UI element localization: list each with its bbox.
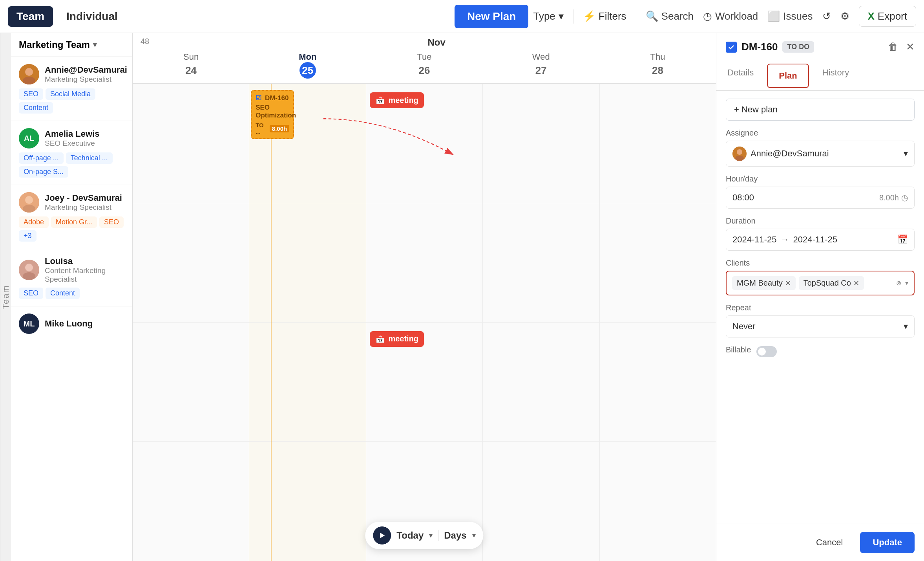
clients-clear-icon[interactable]: ⊗ [896, 279, 901, 287]
cal-row-3 [133, 323, 716, 442]
individual-tab[interactable]: Individual [58, 6, 126, 27]
team-selector[interactable]: Marketing Team ▾ [11, 33, 132, 57]
billable-label: Billable [726, 345, 751, 354]
meeting-event-2[interactable]: 📅 meeting [370, 331, 424, 347]
toolbar-divider [438, 530, 438, 541]
today-chevron-icon: ▾ [429, 531, 433, 540]
calendar-icon: 📅 [375, 334, 385, 344]
tab-history[interactable]: History [811, 61, 860, 90]
tab-plan[interactable]: Plan [767, 64, 809, 88]
task-checkbox[interactable] [726, 42, 737, 53]
hour-day-field: Hour/day 08:00 8.00h ◷ [726, 174, 915, 209]
member-header: Louisa Content Marketing Specialist [19, 256, 124, 284]
header-actions: 🗑 ✕ [888, 41, 915, 53]
member-info: Louisa Content Marketing Specialist [45, 256, 124, 284]
cal-col-today [249, 442, 366, 561]
right-panel: DM-160 TO DO 🗑 ✕ Details Plan History + … [716, 33, 924, 561]
member-tags: Adobe Motion Gr... SEO +3 [19, 216, 124, 242]
calendar-day-sun: Sun 24 [133, 48, 249, 83]
cal-col [600, 84, 716, 203]
duration-end: 2024-11-25 [793, 235, 838, 245]
workload-button[interactable]: ◷ Workload [703, 10, 758, 22]
client-tag-mgm: MGM Beauty ✕ [732, 276, 796, 290]
right-panel-tabs: Details Plan History [716, 61, 924, 91]
calendar-day-wed: Wed 27 [483, 48, 599, 83]
clients-chevron-icon[interactable]: ▾ [905, 279, 908, 287]
avatar: ML [19, 314, 39, 334]
week-number: 48 [133, 37, 157, 48]
tag: On-page S... [19, 166, 68, 178]
hour-total: 8.00h ◷ [879, 193, 908, 202]
days-row: Sun 24 Mon 25 Tue 26 Wed 27 Thu 28 [133, 48, 716, 83]
repeat-label: Repeat [726, 303, 915, 312]
member-role: Marketing Specialist [45, 203, 122, 212]
duration-value[interactable]: 2024-11-25 → 2024-11-25 📅 [726, 229, 915, 251]
billable-toggle[interactable] [756, 346, 777, 357]
svg-point-1 [25, 68, 33, 76]
tag: Social Media [46, 88, 95, 100]
cal-col [133, 442, 249, 561]
export-button[interactable]: X Export [859, 6, 917, 27]
play-button[interactable] [373, 526, 391, 544]
excel-icon: X [868, 10, 875, 22]
repeat-chevron-icon: ▾ [904, 321, 908, 332]
clients-value[interactable]: MGM Beauty ✕ TopSquad Co ✕ ⊗ ▾ [726, 271, 915, 295]
cancel-button[interactable]: Cancel [805, 532, 854, 553]
day-label: Tue [366, 52, 482, 62]
client-remove-icon[interactable]: ✕ [853, 279, 859, 288]
tag: SEO [19, 88, 43, 100]
team-selector-label: Marketing Team [19, 39, 90, 50]
workload-icon: ◷ [703, 10, 712, 22]
team-tab[interactable]: Team [8, 6, 53, 27]
member-header: AL Amelia Lewis SEO Executive [19, 128, 124, 148]
meeting-label-2: meeting [388, 334, 418, 343]
new-plan-section-button[interactable]: + New plan [726, 99, 915, 121]
issues-button[interactable]: ⬜ Issues [767, 10, 813, 22]
tag: SEO [19, 288, 43, 299]
filters-button[interactable]: ⚡ Filters [583, 10, 626, 22]
tag: SEO [99, 216, 124, 228]
meeting-event-1[interactable]: 📅 meeting [370, 92, 424, 108]
week-row: 48 Nov [133, 33, 716, 48]
member-role: SEO Executive [45, 139, 99, 148]
member-item: Louisa Content Marketing Specialist SEO … [11, 249, 132, 306]
member-item: ML Mike Luong [11, 306, 132, 345]
svg-point-7 [25, 264, 33, 271]
hour-day-value[interactable]: 08:00 8.00h ◷ [726, 187, 915, 209]
member-item: AL Amelia Lewis SEO Executive Off-page .… [11, 121, 132, 185]
seo-task-event[interactable]: ☑ DM-160 SEO Optimization TO ... 8.00h [251, 90, 294, 139]
avatar [19, 192, 39, 213]
avatar: AL [19, 128, 39, 148]
delete-button[interactable]: 🗑 [888, 41, 898, 53]
member-item: Annie@DevSamurai Marketing Specialist SE… [11, 57, 132, 121]
export-label: Export [878, 10, 907, 22]
issues-icon: ⬜ [767, 10, 780, 22]
repeat-value[interactable]: Never ▾ [726, 315, 915, 337]
type-label: Type [533, 10, 555, 22]
search-icon: 🔍 [646, 10, 658, 22]
search-button[interactable]: 🔍 Search [646, 10, 694, 22]
member-role: Content Marketing Specialist [45, 266, 124, 284]
client-remove-icon[interactable]: ✕ [785, 279, 791, 288]
hour-day-label: Hour/day [726, 174, 915, 183]
member-name: Joey - DevSamurai [45, 193, 122, 203]
svg-point-2 [23, 77, 35, 84]
update-button[interactable]: Update [860, 532, 915, 553]
tab-details[interactable]: Details [716, 61, 765, 90]
type-dropdown[interactable]: Type ▾ [533, 10, 563, 22]
filter-icon: ⚡ [583, 10, 595, 22]
day-num: 26 [416, 62, 433, 79]
assignee-value[interactable]: Annie@DevSamurai ▾ [726, 141, 915, 167]
calendar-icon: 📅 [375, 95, 385, 105]
cal-col [600, 442, 716, 561]
calendar-toolbar: Today ▾ Days ▾ [365, 522, 483, 549]
nav-divider-1 [573, 9, 573, 24]
new-plan-button[interactable]: New Plan [455, 5, 528, 28]
settings-button[interactable]: ⚙ [840, 10, 849, 22]
close-button[interactable]: ✕ [906, 41, 915, 53]
sync-icon: ↺ [822, 10, 831, 22]
nav-right: Type ▾ ⚡ Filters 🔍 Search ◷ Workload ⬜ I… [533, 6, 916, 27]
sync-button[interactable]: ↺ [822, 10, 831, 22]
event-hours: 8.00h [270, 125, 289, 132]
member-header: ML Mike Luong [19, 314, 124, 334]
